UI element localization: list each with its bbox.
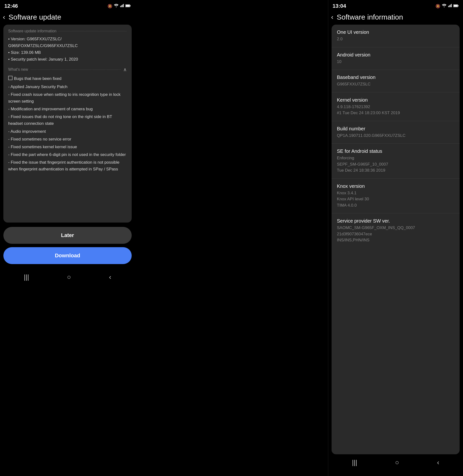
svg-rect-3 bbox=[123, 4, 124, 7]
svg-rect-1 bbox=[121, 5, 122, 7]
software-info-card: One UI version2.0Android version10Baseba… bbox=[332, 25, 460, 454]
wifi-icon-right bbox=[442, 4, 447, 9]
info-value: QP1A.190711.020.G965FXXU7ZSLC bbox=[337, 133, 454, 139]
info-item: Knox versionKnox 3.4.1 Knox API level 30… bbox=[332, 179, 460, 214]
info-item: SE for Android statusEnforcing SEPF_SM-G… bbox=[332, 144, 460, 179]
dotted-divider bbox=[58, 31, 127, 31]
page-header-right: ‹ Software information bbox=[328, 11, 463, 25]
left-panel: 12:46 🔕 ‹ Software update Software updat… bbox=[0, 0, 135, 476]
bugs-fixed-label: Bugs that have been fixed bbox=[14, 75, 62, 82]
mute-icon-right: 🔕 bbox=[436, 4, 440, 9]
info-item: Service provider SW ver.SAOMC_SM-G965F_O… bbox=[332, 213, 460, 248]
mute-icon: 🔕 bbox=[107, 4, 112, 9]
nav-bar-left: ||| ○ ‹ bbox=[0, 269, 135, 288]
info-label: Baseband version bbox=[337, 74, 454, 80]
update-info-section-label: Software update information bbox=[8, 29, 127, 33]
wifi-icon bbox=[114, 4, 119, 9]
center-gap bbox=[135, 0, 328, 476]
list-item: - Fixed issues that do not ring tone on … bbox=[8, 113, 127, 127]
nav-bar-right: ||| ○ ‹ bbox=[328, 454, 463, 474]
info-label: One UI version bbox=[337, 29, 454, 35]
svg-rect-0 bbox=[120, 6, 121, 7]
back-nav-button-right[interactable]: ‹ bbox=[437, 459, 439, 466]
bugs-fixed-item: Bugs that have been fixed bbox=[8, 75, 127, 82]
svg-rect-2 bbox=[122, 5, 123, 7]
list-item: - Audio improvement bbox=[8, 128, 127, 135]
recents-button-right[interactable]: ||| bbox=[352, 459, 357, 466]
svg-rect-8 bbox=[449, 5, 450, 7]
back-nav-button-left[interactable]: ‹ bbox=[109, 273, 111, 281]
info-item: One UI version2.0 bbox=[332, 25, 460, 47]
svg-rect-7 bbox=[448, 6, 449, 7]
status-bar-left: 12:46 🔕 bbox=[0, 0, 135, 11]
svg-rect-12 bbox=[458, 5, 459, 6]
list-item: - Applied January Security Patch bbox=[8, 83, 127, 90]
chevron-up-icon: ∧ bbox=[123, 67, 127, 73]
list-item: - Fixed the part where 6-digit pin is no… bbox=[8, 151, 127, 158]
right-panel: 13:04 🔕 ‹ Software information One UI ve… bbox=[328, 0, 463, 476]
whats-new-content: Bugs that have been fixed - Applied Janu… bbox=[8, 75, 127, 173]
info-label: SE for Android status bbox=[337, 148, 454, 154]
signal-icon bbox=[120, 4, 124, 9]
list-item: - Fixed sometimes kernel kernel issue bbox=[8, 144, 127, 150]
list-item: - Fixed the issue that fingerprint authe… bbox=[8, 159, 127, 173]
info-item: Android version10 bbox=[332, 47, 460, 70]
whats-new-header: What's new ∧ bbox=[8, 67, 127, 73]
svg-rect-9 bbox=[450, 5, 451, 7]
update-info-card: Software update information • Version: G… bbox=[3, 25, 132, 223]
whats-new-list: - Applied January Security Patch- Fixed … bbox=[8, 83, 127, 173]
info-value: Enforcing SEPF_SM-G965F_10_0007 Tue Dec … bbox=[337, 155, 454, 174]
later-button[interactable]: Later bbox=[3, 227, 132, 244]
back-button-left[interactable]: ‹ bbox=[3, 13, 5, 21]
time-right: 13:04 bbox=[333, 3, 346, 9]
home-button-right[interactable]: ○ bbox=[395, 459, 399, 466]
svg-rect-5 bbox=[130, 5, 131, 6]
status-bar-right: 13:04 🔕 bbox=[328, 0, 463, 11]
info-value: G965FXXU7ZSLC bbox=[337, 81, 454, 87]
update-version: • Version: G965FXXU7ZSLC/ G965FOXM7ZSLC/… bbox=[8, 36, 127, 63]
checkbox-icon bbox=[8, 76, 13, 80]
info-value: 2.0 bbox=[337, 36, 454, 42]
bottom-buttons: Later Download bbox=[0, 223, 135, 269]
page-header-left: ‹ Software update bbox=[0, 11, 135, 25]
svg-rect-10 bbox=[451, 4, 452, 7]
info-label: Kernel version bbox=[337, 97, 454, 103]
page-title-right: Software information bbox=[337, 13, 403, 21]
dotted-divider-2 bbox=[30, 70, 121, 70]
recents-button-left[interactable]: ||| bbox=[24, 273, 29, 281]
info-item: Baseband versionG965FXXU7ZSLC bbox=[332, 70, 460, 92]
status-icons-left: 🔕 bbox=[107, 4, 131, 9]
info-label: Android version bbox=[337, 52, 454, 58]
status-icons-right: 🔕 bbox=[436, 4, 459, 9]
info-label: Build number bbox=[337, 126, 454, 132]
download-button[interactable]: Download bbox=[3, 247, 132, 264]
svg-rect-13 bbox=[454, 5, 457, 7]
signal-icon-right bbox=[448, 4, 452, 9]
info-item: Build numberQP1A.190711.020.G965FXXU7ZSL… bbox=[332, 121, 460, 144]
info-label: Service provider SW ver. bbox=[337, 218, 454, 224]
back-button-right[interactable]: ‹ bbox=[331, 13, 333, 21]
info-value: 4.9.118-17621392 #1 Tue Dec 24 18:23:00 … bbox=[337, 104, 454, 116]
battery-icon bbox=[125, 4, 131, 8]
page-title-left: Software update bbox=[9, 13, 61, 21]
list-item: - Modification and improvement of camera… bbox=[8, 106, 127, 112]
list-item: - Fixed sometimes no service error bbox=[8, 136, 127, 143]
battery-icon-right bbox=[453, 4, 459, 8]
home-button-left[interactable]: ○ bbox=[67, 273, 71, 281]
info-item: Kernel version4.9.118-17621392 #1 Tue De… bbox=[332, 92, 460, 121]
info-value: Knox 3.4.1 Knox API level 30 TIMA 4.0.0 bbox=[337, 190, 454, 209]
list-item: - Fixed crash issue when setting to iris… bbox=[8, 91, 127, 105]
info-label: Knox version bbox=[337, 183, 454, 189]
info-value: SAOMC_SM-G965F_OXM_INS_QQ_0007 21d3f9073… bbox=[337, 225, 454, 243]
time-left: 12:46 bbox=[4, 3, 18, 9]
svg-rect-6 bbox=[126, 5, 130, 7]
info-value: 10 bbox=[337, 59, 454, 65]
